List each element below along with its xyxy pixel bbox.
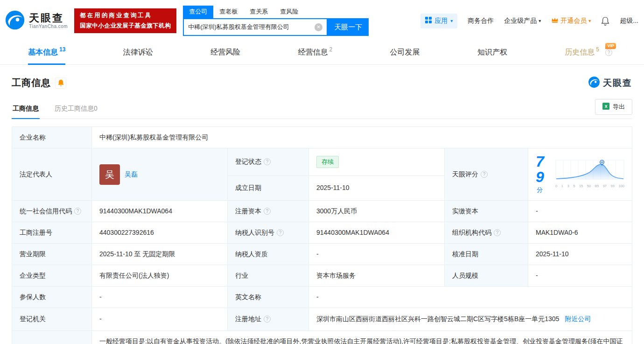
tab-label: 基本信息	[28, 48, 58, 57]
field-reg-address-value: 深圳市南山区西丽街道西丽社区兴科一路创智云城二期C区写字楼5栋B座一单元1305…	[309, 308, 632, 331]
notification-bell-icon[interactable]	[601, 16, 609, 26]
tab-intellectual-property[interactable]: 知识产权	[477, 41, 507, 64]
field-establish-date-label: 成立日期	[228, 176, 309, 200]
tianyancha-logo-icon	[5, 10, 25, 32]
vip-label: 开通会员	[560, 17, 587, 25]
section-title: 工商信息	[12, 77, 51, 89]
tab-label: 历史信息	[565, 48, 595, 57]
slogan-line-1: 都在用的商业查询工具	[80, 11, 171, 21]
enterprise-label: 企业级产品	[504, 17, 537, 25]
search-button[interactable]: 天眼一下	[328, 18, 369, 36]
field-company-type-label: 企业类型	[12, 265, 92, 287]
field-company-name-label: 企业名称	[12, 127, 92, 148]
field-taxpayer-id-value: 91440300MAK1DWA064	[309, 222, 445, 244]
field-staff-size-value: -	[528, 265, 632, 287]
tab-company-development[interactable]: 公司发展	[390, 41, 420, 64]
tab-legal-proceedings[interactable]: 法律诉讼	[123, 41, 153, 64]
field-insured-count-value: -	[92, 287, 228, 308]
score-axis: 01351550859799100	[555, 183, 624, 189]
field-label-text: 天眼评分	[452, 169, 478, 179]
help-icon[interactable]: ?	[264, 316, 271, 323]
help-icon[interactable]: ?	[494, 229, 501, 236]
legal-rep-link[interactable]: 吴磊	[125, 169, 138, 179]
clear-icon[interactable]: ×	[315, 23, 322, 31]
excel-icon: x	[602, 103, 609, 111]
grid-icon	[425, 17, 432, 25]
business-info-table: 企业名称 中稀(深圳)私募股权基金管理有限公司 法定代表人 吴 吴磊 登记状态 …	[12, 126, 632, 344]
info-subtabs: 工商信息 历史工商信息0 x 导出	[12, 99, 632, 119]
export-button[interactable]: x 导出	[595, 99, 632, 115]
tab-operational-risk[interactable]: 经营风险	[210, 41, 240, 64]
apps-button[interactable]: 应用 ▾	[420, 14, 457, 28]
field-reg-status-label: 登记状态 ?	[228, 148, 309, 176]
help-icon[interactable]: ?	[264, 208, 271, 215]
field-reg-number-value: 440300227392616	[92, 222, 228, 244]
field-score-value: 79分	[528, 148, 632, 201]
tab-label: 知识产权	[477, 48, 507, 57]
field-industry-value: 资本市场服务	[309, 265, 445, 287]
field-staff-size-label: 人员规模	[445, 265, 528, 287]
field-reg-authority-label: 登记机关	[12, 308, 92, 331]
help-icon[interactable]: ?	[74, 208, 81, 215]
field-approval-date-label: 核准日期	[445, 244, 528, 265]
nav-open-vip[interactable]: 开通会员 ▾	[551, 17, 591, 25]
field-label-text: 登记状态	[235, 157, 261, 167]
nav-business-cooperation[interactable]: 商务合作	[468, 17, 494, 25]
field-credit-code-value: 91440300MAK1DWA064	[92, 201, 228, 222]
subscribe-bell-icon[interactable]	[55, 77, 66, 89]
tab-count: 5	[596, 46, 599, 53]
field-taxpayer-id-label: 纳税人识别号?	[228, 222, 309, 244]
top-header: 天眼查 TianYanCha.com 都在用的商业查询工具 国家中小企业发展子基…	[0, 0, 644, 41]
tianyan-score-unit: 分	[537, 186, 543, 193]
search-tabs: 查公司 查老板 查关系 查风险	[183, 6, 369, 18]
field-reg-number-label: 工商注册号	[12, 222, 92, 244]
help-icon[interactable]: ?	[481, 171, 488, 178]
table-row: 经营范围? 一般经营项目是:以自有资金从事投资活动。(除依法须经批准的项目外,凭…	[12, 330, 632, 344]
search-input[interactable]	[188, 24, 315, 31]
chevron-down-icon: ▾	[539, 18, 541, 23]
field-english-name-value: -	[309, 287, 632, 308]
field-business-term-value: 2025-11-10 至 无固定期限	[92, 244, 228, 265]
search-tab-relation[interactable]: 查关系	[244, 6, 274, 18]
tab-label: 法律诉讼	[123, 48, 153, 57]
help-icon[interactable]: ?	[605, 49, 612, 56]
field-reg-authority-value: -	[92, 308, 228, 331]
field-label-text: 组织机构代码	[452, 228, 491, 238]
tianyancha-logo-icon	[588, 76, 600, 90]
nav-enterprise-products[interactable]: 企业级产品 ▾	[504, 17, 541, 25]
tab-business-info[interactable]: 经营信息 2	[298, 41, 332, 64]
table-row: 登记机关 - 注册地址? 深圳市南山区西丽街道西丽社区兴科一路创智云城二期C区写…	[12, 308, 632, 331]
crown-icon	[551, 17, 559, 25]
field-reg-status-value: 存续	[309, 148, 445, 176]
subtab-history-business-info[interactable]: 历史工商信息0	[54, 105, 98, 119]
tab-history-info[interactable]: 历史信息 5 VIP ?	[565, 41, 612, 64]
search-area: 查公司 查老板 查关系 查风险 × 天眼一下	[183, 6, 369, 36]
nav-super-vip[interactable]: 超级...	[620, 17, 638, 25]
search-tab-company[interactable]: 查公司	[183, 6, 213, 18]
subtab-business-info[interactable]: 工商信息	[12, 105, 40, 119]
help-icon[interactable]: ?	[277, 229, 284, 236]
table-row: 营业期限 2025-11-10 至 无固定期限 纳税人资质 - 核准日期 202…	[12, 244, 632, 265]
table-row: 工商注册号 440300227392616 纳税人识别号? 91440300MA…	[12, 222, 632, 244]
help-icon[interactable]: ?	[264, 158, 271, 165]
field-establish-date-value: 2025-11-10	[309, 176, 445, 200]
search-tab-boss[interactable]: 查老板	[213, 6, 244, 18]
chevron-down-icon: ▾	[588, 18, 591, 23]
nearby-companies-link[interactable]: 附近公司	[565, 315, 591, 323]
search-input-wrap: ×	[183, 18, 328, 36]
field-business-scope-value: 一般经营项目是:以自有资金从事投资活动。(除依法须经批准的项目外,凭营业执照依法…	[92, 330, 632, 344]
field-reg-address-label: 注册地址?	[228, 308, 309, 331]
tab-count: 13	[59, 46, 65, 53]
field-credit-code-label: 统一社会信用代码?	[12, 201, 92, 222]
tianyancha-logo[interactable]: 天眼查 TianYanCha.com	[5, 10, 68, 32]
tab-basic-info[interactable]: 基本信息 13	[28, 41, 65, 64]
field-org-code-value: MAK1DWA0-6	[528, 222, 632, 244]
avatar[interactable]: 吴	[99, 164, 120, 185]
search-tab-risk[interactable]: 查风险	[274, 6, 304, 18]
field-industry-label: 行业	[228, 265, 309, 287]
field-org-code-label: 组织机构代码?	[445, 222, 528, 244]
apps-label: 应用	[434, 17, 448, 25]
field-legal-rep-value: 吴 吴磊	[92, 148, 228, 201]
main-content: 工商信息 天眼查 工商信息 历史工商信息0 x 导出 企业名称 中稀(深	[0, 76, 644, 344]
field-paid-capital-value: -	[528, 201, 632, 222]
